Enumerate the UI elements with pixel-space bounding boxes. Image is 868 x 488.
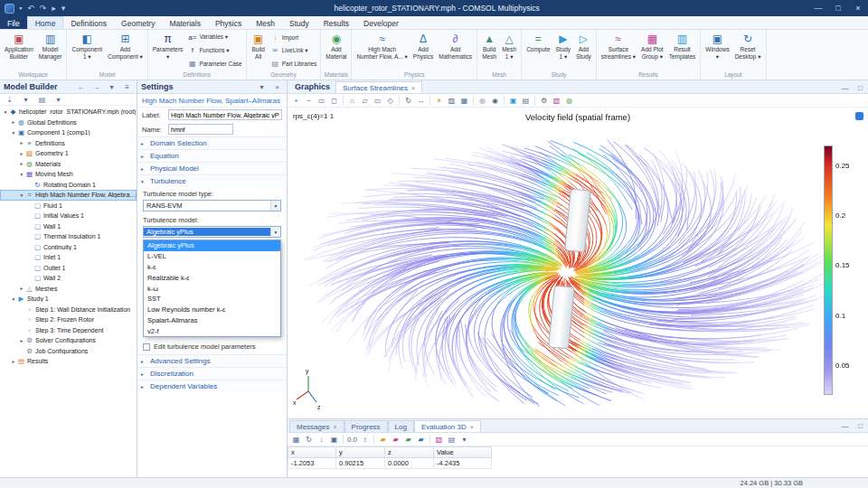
refresh-icon[interactable]: ↻	[303, 434, 315, 445]
minimize-button[interactable]: —	[808, 4, 828, 13]
tree-item-continuity-1[interactable]: ▢Continuity 1	[0, 242, 137, 253]
settings-menu-icon[interactable]: ▾	[256, 81, 268, 92]
graphics-minimize-icon[interactable]: —	[839, 82, 851, 93]
chevron-down-icon[interactable]: ▾	[270, 227, 280, 237]
section-dependent-variables[interactable]: ▸Dependent Variables	[137, 380, 287, 392]
maximize-button[interactable]: □	[828, 4, 848, 13]
table-icon[interactable]: ▦	[290, 434, 302, 445]
menu-item-mesh[interactable]: Mesh	[249, 16, 282, 29]
ribbon-button-build-mesh[interactable]: ▲Build Mesh	[479, 31, 499, 70]
tree-item-moving-mesh[interactable]: ▾▦Moving Mesh	[0, 169, 137, 180]
dropdown-option-k[interactable]: k-ε	[144, 262, 280, 273]
more-tools-icon[interactable]: ▾	[458, 434, 470, 445]
tree-item-wall-2[interactable]: ▢Wall 2	[0, 273, 137, 284]
tree-item-fluid-1[interactable]: ▢Fluid 1	[0, 201, 137, 211]
ribbon-button-reset-desktop[interactable]: ↻Reset Desktop ▾	[732, 31, 764, 70]
ribbon-button-build-all[interactable]: ▣Build All	[249, 31, 269, 70]
tree-item-high-mach-number-flow-algebraic-yplus[interactable]: ▾≈High Mach Number Flow, Algebraic yPlus	[0, 190, 137, 201]
dropdown-option-sst[interactable]: SST	[144, 294, 280, 305]
ribbon-button-add-plot-group[interactable]: ▦Add Plot Group ▾	[638, 31, 666, 70]
ribbon-button-model-manager[interactable]: ▥Model Manager	[36, 31, 65, 70]
ribbon-button-add-mathematics[interactable]: ∂Add Mathematics	[436, 31, 475, 70]
close-tab-icon[interactable]: ×	[470, 424, 474, 430]
more-icon[interactable]: ▾	[52, 94, 64, 105]
dropdown-option-algebraic-yplus[interactable]: Algebraic yPlus	[144, 240, 280, 251]
view-xy-icon[interactable]: ▱	[359, 95, 371, 106]
tree-item-outlet-1[interactable]: ▢Outlet 1	[0, 263, 137, 274]
menu-item-physics[interactable]: Physics	[208, 16, 249, 29]
wireframe-icon[interactable]: ▦	[458, 95, 470, 106]
ribbon-button-parameter-case[interactable]: ▦Parameter Case	[187, 58, 241, 70]
tree-item-thermal-insulation-1[interactable]: ▢Thermal Insulation 1	[0, 231, 137, 242]
scene-light-icon[interactable]: ☀	[433, 95, 445, 106]
list-icon[interactable]: ≡	[121, 81, 133, 92]
column-header-x[interactable]: x	[288, 446, 336, 458]
collapsed-arrow-icon[interactable]: ▸	[18, 286, 25, 291]
collapsed-arrow-icon[interactable]: ▸	[10, 359, 17, 364]
collapsed-arrow-icon[interactable]: ▸	[18, 140, 25, 145]
tree-item-results[interactable]: ▸▤Results	[0, 356, 137, 367]
expanded-arrow-icon[interactable]: ▾	[2, 109, 9, 115]
expanded-arrow-icon[interactable]: ▾	[18, 172, 25, 177]
bottom-minimize-icon[interactable]: —	[839, 420, 851, 431]
settings-close-icon[interactable]: ×	[271, 81, 283, 92]
ribbon-button-add-material[interactable]: ◉Add Material	[323, 31, 349, 70]
ribbon-button-compute[interactable]: =Compute	[524, 31, 552, 70]
back-icon[interactable]: ←	[75, 81, 87, 92]
zoom-box-icon[interactable]: ◻	[328, 95, 340, 106]
tree-item-geometry-1[interactable]: ▸▧Geometry 1	[0, 148, 137, 159]
dropdown-option-spalart-allmaras[interactable]: Spalart-Allmaras	[144, 315, 280, 326]
tree-item-helicopter-rotor-stationary-mph-root[interactable]: ▾◆helicopter_rotor_STATIONARY.mph (root)	[0, 107, 137, 117]
column-header-z[interactable]: z	[385, 446, 434, 458]
ribbon-button-study-1[interactable]: ▶Study 1 ▾	[553, 31, 574, 70]
tree-item-rotating-domain-1[interactable]: ↻Rotating Domain 1	[0, 180, 137, 191]
collapsed-arrow-icon[interactable]: ▸	[18, 161, 25, 166]
plot-table-icon[interactable]: ▧	[433, 434, 445, 445]
pan-icon[interactable]: ↔	[415, 95, 427, 106]
print-icon[interactable]: ▤	[520, 95, 532, 106]
report-icon[interactable]: ▤	[446, 434, 458, 445]
dropdown-option-l-vel[interactable]: L-VEL	[144, 251, 280, 262]
environment-icon[interactable]: ◍	[563, 95, 575, 106]
tab-evaluation-3d[interactable]: Evaluation 3D×	[414, 420, 481, 432]
menu-item-geometry[interactable]: Geometry	[114, 16, 162, 29]
tree-item-solver-configurations[interactable]: ▸⚙Solver Configurations	[0, 335, 137, 346]
snapshot-icon[interactable]: ▣	[507, 95, 519, 106]
copy-icon[interactable]: ▣	[328, 434, 340, 445]
color-table-icon[interactable]: ▧	[551, 95, 562, 106]
section-physical-model[interactable]: ▸Physical Model	[137, 162, 287, 174]
hover-select-icon[interactable]: ◉	[489, 95, 501, 106]
turbulence-model-type-select[interactable]: RANS-EVM ▾	[143, 200, 281, 211]
plot-corner-icon[interactable]	[855, 112, 863, 120]
view-icon[interactable]: ▤	[36, 94, 48, 105]
tab-messages[interactable]: Messages×	[289, 420, 344, 432]
ribbon-button-surface-streamlines[interactable]: ≈Surface streamlines ▾	[599, 31, 638, 70]
section-domain-selection[interactable]: ▸Domain Selection	[137, 136, 287, 149]
tab-surface-streamlines[interactable]: Surface Streamlines ×	[335, 81, 422, 93]
ribbon-button-functions[interactable]: fFunctions ▾	[187, 44, 241, 56]
collapsed-arrow-icon[interactable]: ▸	[18, 338, 25, 343]
section-advanced-settings[interactable]: ▸Advanced Settings	[137, 354, 287, 367]
tree-item-step-3-time-dependent[interactable]: ▫Step 3: Time Dependent	[0, 325, 137, 336]
menu-item-results[interactable]: Results	[316, 16, 356, 29]
highlight-yellow-icon[interactable]: ▰	[377, 434, 389, 445]
dropdown-option-low-reynolds-number-k[interactable]: Low Reynolds number k-ε	[144, 305, 280, 315]
filter-icon[interactable]: ▾	[20, 94, 32, 105]
close-tab-icon[interactable]: ×	[411, 85, 415, 91]
tree-item-initial-values-1[interactable]: ▢Initial Values 1	[0, 211, 137, 221]
graphics-float-icon[interactable]: □	[854, 82, 866, 93]
graphics-viewport[interactable]: rps_c(4)=1 1 Velocity field (spatial fra…	[288, 108, 868, 418]
ribbon-button-add-component[interactable]: ⊞Add Component ▾	[105, 31, 146, 70]
expanded-arrow-icon[interactable]: ▾	[10, 130, 17, 136]
select-icon[interactable]: ◎	[476, 95, 488, 106]
forward-icon[interactable]: →	[90, 81, 102, 92]
view-yz-icon[interactable]: ▭	[372, 95, 383, 106]
section-discretization[interactable]: ▸Discretization	[137, 367, 287, 380]
ribbon-button-livelink[interactable]: ∞LiveLink ▾	[270, 44, 317, 56]
highlight-green-icon[interactable]: ▰	[402, 434, 414, 445]
collapsed-arrow-icon[interactable]: ▸	[18, 151, 25, 156]
ribbon-button-windows[interactable]: ▣Windows ▾	[703, 31, 731, 70]
export-icon[interactable]: ↓	[316, 434, 327, 445]
ribbon-button-high-mach-number-flow-a[interactable]: ≈High Mach Number Flow, A... ▾	[354, 31, 410, 70]
undo-icon[interactable]: ↶	[27, 4, 34, 13]
